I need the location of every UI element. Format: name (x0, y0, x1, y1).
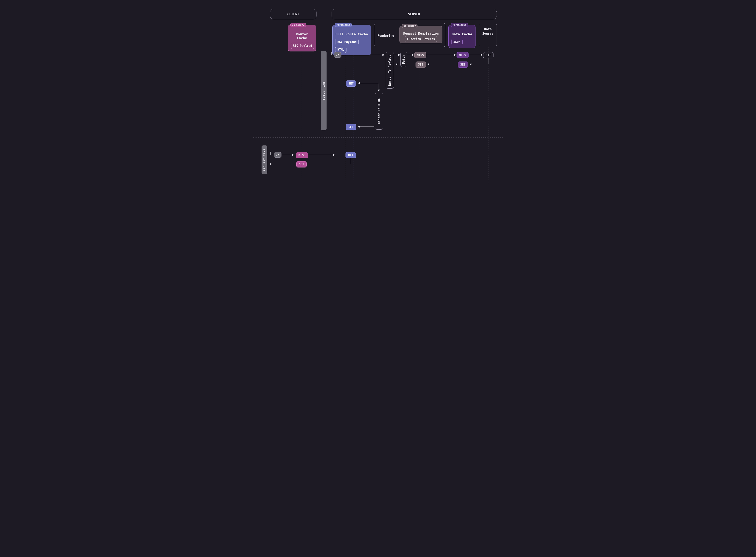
tag-miss-router: MISS (296, 152, 308, 158)
proc-render-to-html: Render To HTML (375, 93, 383, 129)
tag-set-fullroute-html: SET (346, 124, 356, 130)
card-rendering: Rendering In-memory Request Memoization … (374, 23, 445, 47)
region-server: SERVER (331, 9, 497, 19)
chip-function-returns: Function Returns (405, 36, 437, 42)
card-full-route-cache: Persistent Full Route Cache RSC Payload … (332, 25, 371, 55)
chip-html-fullroute: HTML (335, 47, 346, 53)
rendering-label: Rendering (377, 34, 394, 37)
tag-storage-fullroute: Persistent (335, 23, 352, 27)
chip-json: JSON (451, 39, 463, 45)
tag-storage-datacache: Persistent (451, 23, 468, 27)
phase-request-time: REQUEST TIME (262, 145, 267, 174)
route-request: /a (274, 152, 282, 157)
tag-set-datacache: SET (458, 61, 468, 68)
tag-storage-memo: In-memory (402, 24, 417, 28)
fetch-label: Fetch (402, 55, 405, 64)
chip-rsc-payload-fullroute: RSC Payload (335, 39, 359, 45)
region-server-label: SERVER (408, 12, 420, 16)
region-client-label: CLIENT (287, 12, 299, 16)
tag-hit-fullroute: HIT (346, 152, 356, 158)
card-data-cache: Persistent Data Cache JSON (448, 25, 475, 48)
route-build: /a (334, 52, 342, 58)
card-request-memoization: In-memory Request Memoization Function R… (400, 26, 442, 43)
tag-storage-router: In-memory (290, 23, 306, 27)
render-payload-label: Render To Payload (388, 55, 391, 86)
render-html-label: Render To HTML (377, 98, 381, 124)
phase-build-label: BUILD TIME (322, 81, 325, 100)
data-source-label-2: Source (482, 32, 493, 35)
proc-fetch: Fetch (401, 52, 407, 67)
card-data-source: Data Source (479, 23, 497, 47)
router-cache-title: Router Cache (291, 32, 313, 40)
tag-miss-memo: MISS (414, 52, 426, 58)
phase-request-label: REQUEST TIME (263, 149, 266, 171)
tag-set-router: SET (296, 161, 307, 168)
phase-build-time: BUILD TIME (321, 51, 326, 130)
tag-miss-datacache: MISS (457, 52, 468, 58)
data-source-label-1: Data (484, 27, 492, 31)
proc-render-to-payload: Render To Payload (386, 52, 394, 89)
region-client: CLIENT (270, 9, 317, 19)
data-cache-title: Data Cache (451, 32, 473, 36)
caching-diagram: CLIENT SERVER In-memory Router Cache RSC… (254, 0, 502, 183)
tag-set-memo: SET (415, 61, 426, 68)
chip-rsc-payload-router: RSC Payload (291, 43, 314, 49)
tag-set-fullroute-rsc: SET (346, 81, 356, 87)
full-route-title: Full Route Cache (335, 32, 368, 36)
card-router-cache: In-memory Router Cache RSC Payload (288, 25, 316, 52)
memo-title: Request Memoization (402, 32, 439, 35)
tag-hit-datasource: HIT (483, 52, 493, 58)
